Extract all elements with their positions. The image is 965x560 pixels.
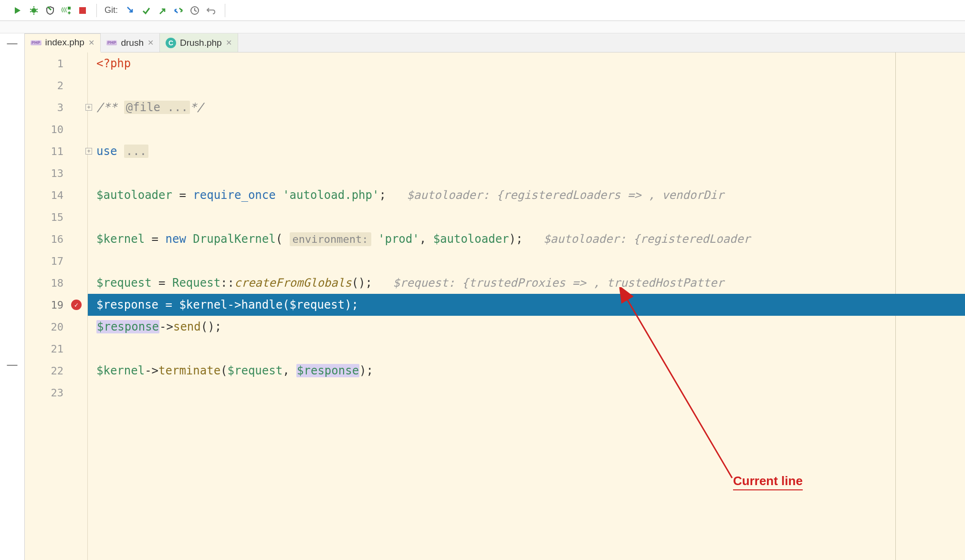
- code-line: use ...: [96, 140, 965, 162]
- code-line: [96, 206, 965, 228]
- line-number[interactable]: 3+: [25, 96, 87, 118]
- profile-icon[interactable]: ⟨⟨⟨: [59, 3, 73, 18]
- line-number[interactable]: 21: [25, 338, 87, 360]
- spacer-bar: [0, 21, 965, 33]
- toolbar-separator: [225, 4, 225, 17]
- php-file-icon: PHP: [106, 40, 117, 45]
- line-number[interactable]: 15: [25, 206, 87, 228]
- tab-label: drush: [121, 38, 144, 48]
- svg-line-4: [36, 9, 38, 10]
- line-number[interactable]: 1: [25, 52, 87, 74]
- svg-line-6: [36, 11, 38, 12]
- line-number[interactable]: 14: [25, 184, 87, 206]
- code-line: $response->send();: [96, 316, 965, 338]
- left-sidebar: — —: [0, 33, 25, 560]
- code-line: /** @file ...*/: [96, 96, 965, 118]
- class-file-icon: C: [166, 38, 176, 48]
- tab-drush[interactable]: PHP drush ✕: [101, 33, 160, 52]
- code-line: $kernel = new DrupalKernel( environment:…: [96, 228, 965, 250]
- close-icon[interactable]: ✕: [226, 38, 232, 47]
- run-icon[interactable]: [10, 3, 25, 18]
- main-row: — — PHP index.php ✕ PHP drush ✕ C Drush.…: [0, 33, 965, 560]
- code-line: $kernel->terminate($request, $response);: [96, 360, 965, 382]
- svg-text:⟨⟨⟨: ⟨⟨⟨: [61, 7, 67, 12]
- line-number[interactable]: 11+: [25, 140, 87, 162]
- toolbar-separator: [96, 4, 97, 17]
- git-history-icon[interactable]: [188, 3, 202, 18]
- close-icon[interactable]: ✕: [88, 38, 94, 47]
- tab-index-php[interactable]: PHP index.php ✕: [25, 33, 101, 52]
- code-line: <?php: [96, 52, 965, 74]
- tab-label: Drush.php: [180, 38, 222, 48]
- breakpoint-icon[interactable]: [71, 300, 82, 310]
- annotation-label: Current line: [733, 474, 803, 490]
- line-number[interactable]: 20: [25, 316, 87, 338]
- stop-icon[interactable]: [75, 3, 90, 18]
- line-number[interactable]: 13: [25, 162, 87, 184]
- code-line: $request = Request::createFromGlobals();…: [96, 272, 965, 294]
- line-number[interactable]: 18: [25, 272, 87, 294]
- code-line: [96, 338, 965, 360]
- git-label: Git:: [105, 5, 118, 15]
- code-line: $autoloader = require_once 'autoload.php…: [96, 184, 965, 206]
- editor-area[interactable]: 1 2 3+ 10 11+ 13 14 15 16 17 18 19 20 21…: [25, 52, 965, 560]
- tab-label: index.php: [45, 37, 84, 48]
- line-number[interactable]: 2: [25, 74, 87, 96]
- coverage-icon[interactable]: [43, 3, 57, 18]
- tabs-bar: PHP index.php ✕ PHP drush ✕ C Drush.php …: [25, 33, 965, 52]
- line-number[interactable]: 16: [25, 228, 87, 250]
- debug-icon[interactable]: [27, 3, 41, 18]
- git-push-icon[interactable]: [155, 3, 169, 18]
- git-commit-icon[interactable]: [139, 3, 153, 18]
- svg-line-5: [30, 11, 31, 12]
- code-line: [96, 118, 965, 140]
- editor-wrap: PHP index.php ✕ PHP drush ✕ C Drush.php …: [25, 33, 965, 560]
- line-number[interactable]: 17: [25, 250, 87, 272]
- svg-rect-9: [79, 7, 86, 14]
- line-number[interactable]: 22: [25, 360, 87, 382]
- code-line: [96, 250, 965, 272]
- collapse-icon[interactable]: —: [7, 359, 18, 371]
- svg-rect-8: [68, 7, 71, 10]
- tab-drush-php[interactable]: C Drush.php ✕: [160, 33, 238, 52]
- code-area[interactable]: <?php /** @file ...*/ use ... $autoloade…: [88, 52, 965, 560]
- php-file-icon: PHP: [31, 40, 42, 45]
- line-number[interactable]: 10: [25, 118, 87, 140]
- svg-line-3: [30, 9, 31, 10]
- collapse-icon[interactable]: —: [7, 37, 18, 50]
- git-fetch-icon[interactable]: [171, 3, 186, 18]
- code-line: [96, 74, 965, 96]
- line-number[interactable]: 19: [25, 294, 87, 316]
- svg-point-0: [31, 8, 36, 13]
- git-rollback-icon[interactable]: [204, 3, 218, 18]
- code-line: [96, 382, 965, 404]
- code-line: [96, 162, 965, 184]
- git-update-icon[interactable]: [123, 3, 137, 18]
- code-line-current: $response = $kernel->handle($request);: [88, 294, 965, 316]
- main-toolbar: ⟨⟨⟨ Git:: [0, 0, 965, 21]
- gutter: 1 2 3+ 10 11+ 13 14 15 16 17 18 19 20 21…: [25, 52, 88, 560]
- line-number[interactable]: 23: [25, 382, 87, 404]
- close-icon[interactable]: ✕: [147, 38, 154, 47]
